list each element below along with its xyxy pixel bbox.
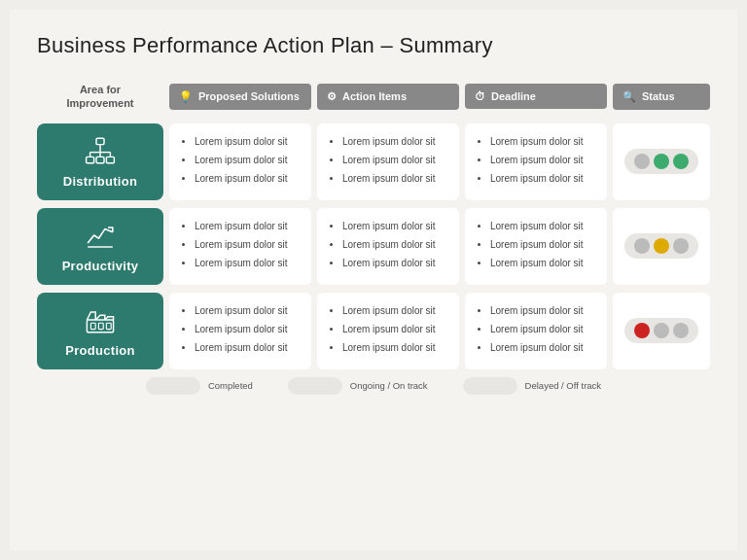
production-solutions: Lorem ipsum dolor sit Lorem ipsum dolor … <box>169 293 311 369</box>
deadline-icon: ⏱ <box>475 90 485 102</box>
distribution-area: Distribution <box>37 123 163 200</box>
solutions-header: 💡 Proposed Solutions <box>169 84 311 110</box>
legend-ongoing-yellow <box>309 380 321 392</box>
legend-ongoing-label: Ongoing / On track <box>350 380 428 391</box>
svg-rect-3 <box>106 157 114 162</box>
production-status <box>613 293 710 369</box>
legend-delayed-red <box>470 380 481 392</box>
legend-completed: Completed <box>146 377 253 395</box>
productivity-label: Productivity <box>62 259 139 273</box>
status-header: 🔍 Status <box>613 84 710 110</box>
svg-rect-0 <box>96 138 104 144</box>
productivity-light-green <box>673 238 689 254</box>
productivity-status <box>613 208 710 285</box>
production-light-yellow <box>654 323 669 338</box>
actions-header: ⚙ Action Items <box>317 84 459 110</box>
productivity-icon <box>85 220 116 251</box>
production-actions: Lorem ipsum dolor sit Lorem ipsum dolor … <box>317 293 459 369</box>
production-row: Production Lorem ipsum dolor sit Lorem i… <box>37 293 710 369</box>
legend-ongoing-red <box>295 380 306 392</box>
legend-delayed: Delayed / Off track <box>463 377 602 395</box>
legend-delayed-yellow <box>484 380 496 392</box>
distribution-light-green <box>673 154 689 169</box>
productivity-area: Productivity <box>37 208 163 285</box>
legend-ongoing-lights <box>288 377 342 395</box>
svg-rect-11 <box>90 323 95 329</box>
status-icon: 🔍 <box>622 90 636 103</box>
area-header: Area forImprovement <box>37 76 163 118</box>
distribution-actions: Lorem ipsum dolor sit Lorem ipsum dolor … <box>317 123 459 200</box>
slide-title: Business Performance Action Plan – Summa… <box>37 33 710 58</box>
productivity-light-yellow <box>654 238 669 254</box>
header-row: Area forImprovement 💡 Proposed Solutions… <box>37 76 710 118</box>
production-traffic-light <box>624 318 698 343</box>
legend-completed-red <box>153 380 164 392</box>
distribution-solutions: Lorem ipsum dolor sit Lorem ipsum dolor … <box>169 123 311 200</box>
productivity-actions: Lorem ipsum dolor sit Lorem ipsum dolor … <box>317 208 459 285</box>
distribution-label: Distribution <box>63 174 138 189</box>
production-label: Production <box>65 343 135 358</box>
productivity-light-red <box>634 238 650 254</box>
solutions-icon: 💡 <box>179 90 193 103</box>
distribution-light-red <box>634 154 650 169</box>
svg-rect-2 <box>96 157 104 162</box>
slide: Business Performance Action Plan – Summa… <box>10 10 737 550</box>
production-icon <box>85 304 116 335</box>
distribution-traffic-light <box>624 149 698 174</box>
legend-completed-label: Completed <box>208 380 253 391</box>
production-light-green <box>673 323 689 338</box>
distribution-light-yellow <box>654 154 669 169</box>
legend-completed-lights <box>146 377 200 395</box>
production-deadlines: Lorem ipsum dolor sit Lorem ipsum dolor … <box>465 293 607 369</box>
legend-completed-yellow <box>167 380 179 392</box>
legend-completed-green <box>182 380 194 392</box>
table: Area forImprovement 💡 Proposed Solutions… <box>37 76 710 369</box>
productivity-deadlines: Lorem ipsum dolor sit Lorem ipsum dolor … <box>465 208 607 285</box>
deadline-header: ⏱ Deadline <box>465 84 607 109</box>
legend-delayed-label: Delayed / Off track <box>525 380 602 391</box>
distribution-status <box>613 123 710 200</box>
legend-ongoing: Ongoing / On track <box>288 377 428 395</box>
legend-delayed-lights <box>463 377 517 395</box>
svg-rect-1 <box>87 157 94 162</box>
legend-ongoing-green <box>324 380 336 392</box>
distribution-icon <box>85 135 116 166</box>
actions-icon: ⚙ <box>327 90 337 103</box>
productivity-traffic-light <box>624 233 698 259</box>
svg-rect-13 <box>106 323 111 329</box>
distribution-deadlines: Lorem ipsum dolor sit Lorem ipsum dolor … <box>465 123 607 200</box>
productivity-solutions: Lorem ipsum dolor sit Lorem ipsum dolor … <box>169 208 311 285</box>
svg-rect-12 <box>98 323 103 329</box>
legend-delayed-green <box>499 380 511 392</box>
production-light-red <box>634 323 650 338</box>
legend: Completed Ongoing / On track Delayed / O… <box>37 377 710 395</box>
production-area: Production <box>37 293 163 369</box>
productivity-row: Productivity Lorem ipsum dolor sit Lorem… <box>37 208 710 285</box>
distribution-row: Distribution Lorem ipsum dolor sit Lorem… <box>37 123 710 200</box>
